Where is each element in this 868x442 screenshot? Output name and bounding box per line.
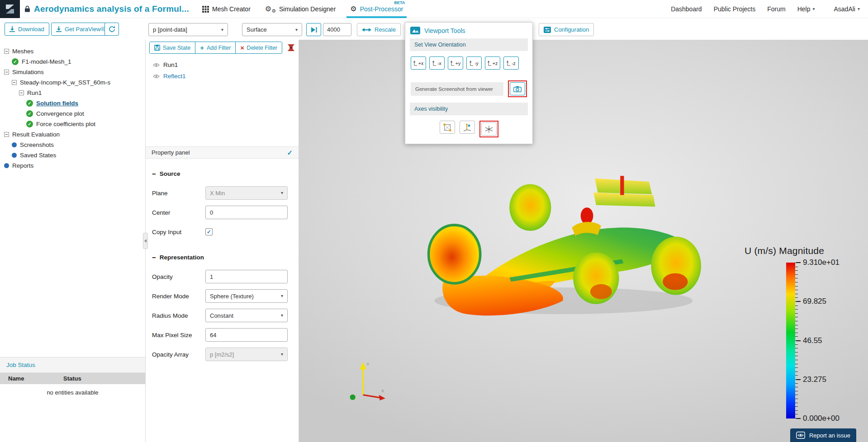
download-button[interactable]: Download (5, 23, 49, 36)
max-pixel-input[interactable] (205, 328, 288, 342)
opacity-input[interactable] (205, 270, 288, 283)
logo-glyph-icon (4, 3, 16, 15)
screenshot-camera-button[interactable] (510, 82, 525, 95)
save-state-button[interactable]: Save State (150, 42, 195, 53)
radius-mode-select[interactable]: Constant ▾ (205, 309, 288, 322)
viewport-canvas[interactable]: Y X U (m/s) Magnitude 9.310e+01 69.825 4… (299, 40, 868, 442)
viewport-tools-button[interactable]: Viewport Tools (405, 23, 532, 38)
section-source-title: Source (160, 170, 180, 177)
post-processor-icon: ⚙ (350, 5, 356, 13)
collapse-icon[interactable] (19, 90, 24, 95)
tree-item-force-coefficients-plot[interactable]: ✓ Force coefficients plot (0, 119, 145, 129)
property-panel-header[interactable]: Property panel ✓ (146, 147, 299, 159)
plane-row: Plane X Min ▾ (152, 186, 292, 200)
pipeline-item-reflect1[interactable]: Reflect1 (146, 71, 299, 82)
nav-forum[interactable]: Forum (767, 5, 785, 13)
orientation-axes-widget: Y X (342, 361, 388, 400)
axes-triad-button[interactable] (460, 121, 475, 134)
legend-tick-label: 69.825 (796, 297, 826, 306)
screenshot-row: Generate Screenshot from viewer (405, 76, 532, 103)
collapse-icon[interactable] (12, 80, 17, 85)
tree-item-saved-states[interactable]: Saved States (0, 150, 145, 160)
tab-mesh-creator[interactable]: Mesh Creator (202, 0, 251, 18)
tree-item-reports[interactable]: Reports (0, 160, 145, 171)
tab-simulation-designer[interactable]: ⚙⚙ Simulation Designer (265, 0, 336, 18)
legend-title: U (m/s) Magnitude (745, 245, 858, 256)
pipeline-item-run1[interactable]: Run1 (146, 59, 299, 71)
collapse-icon[interactable] (4, 70, 9, 75)
axes-widget-button[interactable] (481, 122, 497, 136)
tree-item-result-evaluation[interactable]: Result Evaluation (0, 129, 145, 140)
render-mode-label: Render Mode (152, 293, 205, 300)
tab-post-processor[interactable]: ⚙ Post-Processor BETA (350, 0, 403, 18)
view-minus-y-button[interactable]: -y (466, 56, 482, 70)
axis-glyph-icon (413, 61, 417, 66)
max-pixel-row: Max Pixel Size (152, 328, 292, 342)
nav-dashboard[interactable]: Dashboard (671, 5, 702, 13)
tree-item-f1-model-mesh[interactable]: ✓ F1-model-Mesh_1 (0, 56, 145, 67)
app-logo[interactable] (0, 0, 20, 18)
collapse-icon[interactable] (4, 49, 9, 54)
panel-splitter-handle[interactable] (143, 233, 148, 249)
view-plus-x-button[interactable]: +x (411, 56, 426, 70)
field-select[interactable]: p [point-data] ▾ (148, 23, 228, 36)
legend-tick-label: 0.000e+00 (796, 414, 840, 423)
axis-glyph-icon (488, 61, 492, 66)
view-minus-x-button[interactable]: -x (429, 56, 445, 70)
nav-public-projects[interactable]: Public Projects (714, 5, 756, 13)
frame-input[interactable] (323, 23, 351, 36)
check-icon: ✓ (26, 110, 33, 117)
tree-item-simulation-config[interactable]: Steady-Incomp-K_w_SST_60m-s (0, 77, 145, 88)
tree-label: Meshes (12, 48, 33, 55)
filter-toolbar: Save State + Add Filter × Delete Filter (149, 42, 295, 54)
tree-item-convergence-plot[interactable]: ✓ Convergence plot (0, 108, 145, 119)
view-minus-z-button[interactable]: -z (503, 56, 519, 70)
section-source[interactable]: − Source (152, 170, 292, 177)
caret-down-icon: ▾ (281, 294, 283, 298)
nav-help[interactable]: Help ▾ (797, 5, 815, 13)
project-tree: Meshes ✓ F1-model-Mesh_1 Simulations Ste… (0, 40, 145, 171)
f1-car-rendering (405, 153, 722, 322)
tick-mark (796, 340, 801, 341)
tree-item-screenshots[interactable]: Screenshots (0, 140, 145, 150)
filter-panel: Save State + Add Filter × Delete Filter (146, 40, 299, 442)
center-input[interactable] (205, 206, 288, 219)
add-filter-button[interactable]: + Add Filter (195, 42, 236, 53)
tree-item-solution-fields[interactable]: ✓ Solution fields (0, 98, 145, 108)
display-select[interactable]: Surface ▾ (242, 23, 302, 36)
tree-item-run1[interactable]: Run1 (0, 88, 145, 98)
axes-box-button[interactable] (440, 121, 455, 134)
eye-icon[interactable] (153, 74, 160, 79)
gear-icon: ⚙ (265, 5, 271, 13)
tree-label: Reports (12, 162, 33, 169)
refresh-button[interactable] (104, 23, 119, 36)
play-button[interactable] (306, 23, 321, 36)
render-mode-select[interactable]: Sphere (Texture) ▾ (205, 289, 288, 303)
copy-input-checkbox[interactable]: ✓ (205, 228, 213, 235)
get-paraview-label: Get ParaView® (65, 26, 105, 33)
section-representation[interactable]: − Representation (152, 254, 292, 261)
apply-check-icon[interactable]: ✓ (287, 149, 293, 157)
collapse-icon[interactable] (4, 132, 9, 137)
tree-item-simulations[interactable]: Simulations (0, 67, 145, 77)
viewport-tools-title: Viewport Tools (424, 27, 465, 34)
rescale-button[interactable]: Rescale (357, 23, 401, 36)
reset-session-button[interactable] (287, 44, 295, 52)
view-plus-z-button[interactable]: +z (485, 56, 500, 70)
view-plus-y-button[interactable]: +y (448, 56, 463, 70)
eye-icon (796, 432, 805, 439)
axes-triad-icon (463, 123, 472, 132)
axes-visibility-buttons (405, 115, 532, 144)
opacity-array-select[interactable]: p [m2/s2] ▾ (205, 348, 288, 361)
report-issue-button[interactable]: Report an issue (790, 428, 856, 442)
tree-item-meshes[interactable]: Meshes (0, 46, 145, 56)
render-mode-row: Render Mode Sphere (Texture) ▾ (152, 289, 292, 303)
configuration-button[interactable]: Configuration (539, 23, 594, 36)
delete-filter-button[interactable]: × Delete Filter (236, 42, 282, 53)
get-paraview-button[interactable]: Get ParaView® (51, 23, 110, 36)
job-status-title[interactable]: Job Status (0, 357, 145, 373)
plane-select[interactable]: X Min ▾ (205, 186, 288, 200)
check-icon: ✓ (12, 58, 19, 65)
eye-icon[interactable] (153, 63, 160, 67)
user-menu[interactable]: AsadAli ▾ (834, 5, 860, 13)
